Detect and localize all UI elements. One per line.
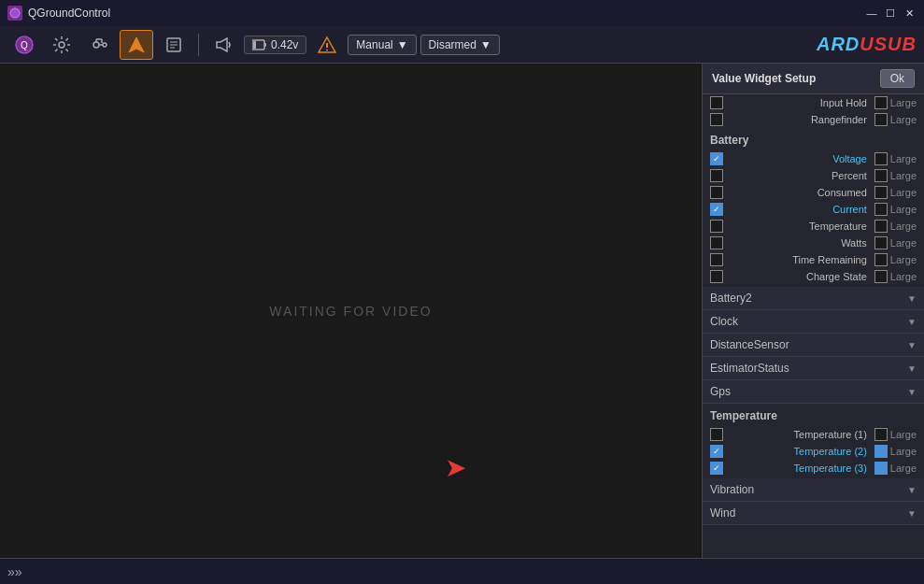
battery-header: Battery — [703, 130, 924, 150]
rangefinder-large-group: Large — [874, 113, 917, 126]
estimator-status-label: EstimatorStatus — [710, 362, 789, 375]
consumed-checkbox[interactable] — [710, 186, 723, 199]
battery-section: Battery Voltage Large Percent Large — [703, 128, 924, 287]
distance-sensor-chevron: ▼ — [907, 340, 917, 350]
svg-line-11 — [55, 49, 58, 51]
statusbar: »» — [0, 558, 924, 584]
statusbar-arrows[interactable]: »» — [7, 564, 22, 579]
vibration-header[interactable]: Vibration ▼ — [703, 478, 924, 501]
temp3-checkbox[interactable] — [710, 462, 723, 475]
svg-point-12 — [93, 42, 99, 48]
voltage-row: Voltage Large — [703, 150, 924, 167]
battery2-label: Battery2 — [710, 292, 752, 305]
red-arrow-icon: ➤ — [445, 453, 468, 482]
percent-label: Percent — [727, 170, 871, 181]
time-remaining-large-checkbox[interactable] — [874, 253, 888, 266]
input-hold-large-group: Large — [874, 96, 917, 109]
voltage-large-group: Large — [874, 152, 917, 165]
warning-button[interactable] — [310, 30, 344, 60]
charge-state-large-checkbox[interactable] — [874, 270, 888, 283]
messages-button[interactable] — [206, 30, 240, 60]
svg-rect-26 — [253, 41, 256, 49]
mode-chevron: ▼ — [397, 38, 408, 51]
fly-button[interactable] — [120, 30, 153, 60]
charge-state-checkbox[interactable] — [710, 270, 723, 283]
time-remaining-large-group: Large — [874, 253, 917, 266]
charge-state-label: Charge State — [727, 271, 871, 282]
settings-button[interactable] — [45, 30, 78, 60]
home-button[interactable]: Q — [7, 30, 41, 60]
temperature-section: Temperature Temperature (1) Large Temper… — [703, 404, 924, 478]
gps-label: Gps — [710, 385, 731, 398]
temp2-checkbox[interactable] — [710, 445, 723, 458]
temp1-checkbox[interactable] — [710, 428, 723, 441]
clock-header[interactable]: Clock ▼ — [703, 310, 924, 333]
battery-display: 0.42v — [244, 36, 306, 54]
estimator-status-header[interactable]: EstimatorStatus ▼ — [703, 357, 924, 379]
battery2-header[interactable]: Battery2 ▼ — [703, 287, 924, 309]
minimize-button[interactable]: — — [864, 6, 879, 21]
svg-rect-25 — [264, 43, 266, 47]
mode-label: Manual — [356, 38, 392, 51]
temp2-large-checkbox[interactable] — [874, 445, 888, 458]
vehicle-button[interactable] — [82, 30, 116, 60]
watts-checkbox[interactable] — [710, 236, 723, 249]
vibration-label: Vibration — [710, 483, 754, 496]
close-button[interactable]: ✕ — [902, 6, 917, 21]
input-hold-checkbox[interactable] — [710, 96, 723, 109]
gps-header[interactable]: Gps ▼ — [703, 380, 924, 403]
time-remaining-checkbox[interactable] — [710, 253, 723, 266]
current-checkbox[interactable] — [710, 203, 723, 216]
temp2-row: Temperature (2) Large — [703, 443, 924, 460]
time-remaining-row: Time Remaining Large — [703, 251, 924, 268]
current-large-checkbox[interactable] — [874, 203, 888, 216]
charge-state-large-group: Large — [874, 270, 917, 283]
consumed-label: Consumed — [727, 187, 871, 198]
waiting-text: WAITING FOR VIDEO — [269, 304, 432, 319]
bat-temperature-checkbox[interactable] — [710, 220, 723, 233]
temp1-large-group: Large — [874, 428, 917, 441]
consumed-large-checkbox[interactable] — [874, 186, 888, 199]
rangefinder-checkbox[interactable] — [710, 113, 723, 126]
voltage-label: Voltage — [727, 153, 871, 164]
current-large-label: Large — [890, 204, 917, 215]
arm-chevron: ▼ — [480, 38, 491, 51]
wind-header[interactable]: Wind ▼ — [703, 502, 924, 524]
arm-label: Disarmed — [429, 38, 476, 51]
distance-sensor-header[interactable]: DistanceSensor ▼ — [703, 334, 924, 356]
plan-button[interactable] — [157, 30, 191, 60]
input-hold-large-checkbox[interactable] — [874, 96, 888, 109]
temp3-large-label: Large — [890, 463, 917, 474]
wind-chevron: ▼ — [907, 508, 917, 519]
temp1-large-label: Large — [890, 429, 917, 440]
watts-large-checkbox[interactable] — [874, 236, 888, 249]
voltage-large-checkbox[interactable] — [874, 152, 888, 165]
rangefinder-label: Rangefinder — [727, 114, 871, 125]
temp2-large-group: Large — [874, 445, 917, 458]
maximize-button[interactable]: ☐ — [883, 6, 898, 21]
temperature-header: Temperature — [703, 406, 924, 426]
percent-large-checkbox[interactable] — [874, 169, 888, 182]
right-panel: Value Widget Setup Ok Input Hold Large R… — [702, 64, 924, 558]
toolbar: Q — [0, 26, 924, 64]
rangefinder-large-checkbox[interactable] — [874, 113, 888, 126]
battery2-section: Battery2 ▼ — [703, 287, 924, 310]
arm-dropdown[interactable]: Disarmed ▼ — [420, 35, 500, 55]
temp1-large-checkbox[interactable] — [874, 428, 888, 441]
arrow-indicator: ➤ — [445, 452, 468, 483]
percent-large-label: Large — [890, 170, 917, 181]
temp3-large-checkbox[interactable] — [874, 462, 888, 475]
voltage-checkbox[interactable] — [710, 152, 723, 165]
gps-section: Gps ▼ — [703, 380, 924, 404]
percent-checkbox[interactable] — [710, 169, 723, 182]
titlebar-controls[interactable]: — ☐ ✕ — [864, 6, 917, 21]
distance-sensor-label: DistanceSensor — [710, 338, 789, 351]
mode-dropdown[interactable]: Manual ▼ — [348, 35, 416, 55]
temp2-label: Temperature (2) — [727, 446, 871, 457]
bat-temperature-large-checkbox[interactable] — [874, 220, 888, 233]
svg-marker-18 — [129, 37, 144, 52]
panel-header: Value Widget Setup Ok — [703, 64, 924, 94]
ok-button[interactable]: Ok — [880, 69, 915, 88]
bat-temperature-large-label: Large — [890, 221, 917, 232]
clock-chevron: ▼ — [907, 317, 917, 327]
